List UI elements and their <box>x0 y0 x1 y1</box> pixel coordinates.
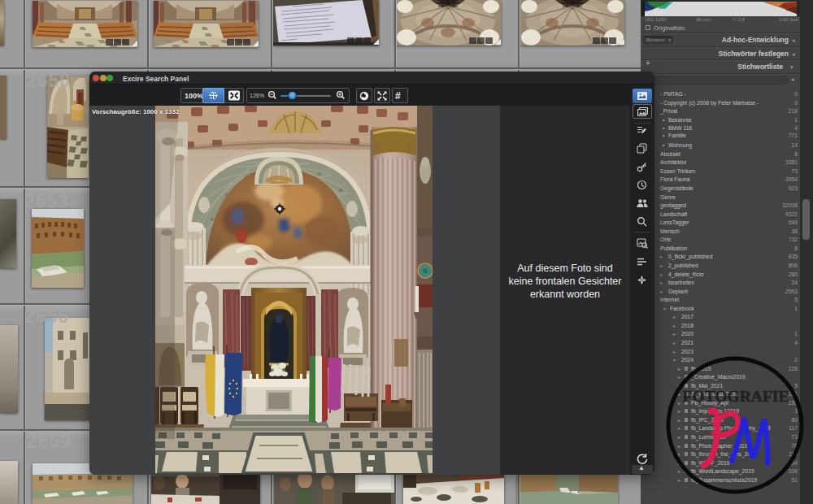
svg-text:FOTOGRAFIE: FOTOGRAFIE <box>683 388 789 405</box>
